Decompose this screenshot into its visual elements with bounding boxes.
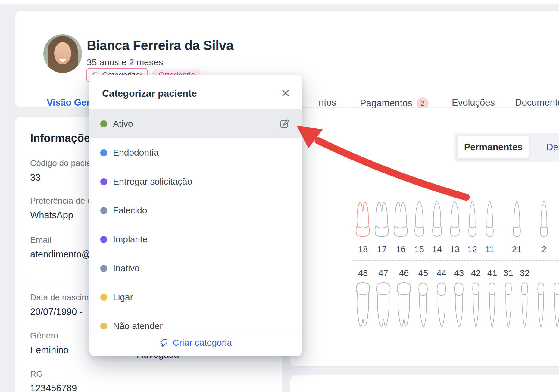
field-label: Gênero <box>30 331 58 341</box>
tooth-12[interactable] <box>466 200 479 238</box>
tooth-15[interactable] <box>412 200 426 238</box>
info-card-title: Informações <box>30 132 96 145</box>
tab-pagamentos[interactable]: Pagamentos2 <box>360 97 429 109</box>
page: Bianca Ferreira da Silva 35 anos e 2 mes… <box>0 0 559 392</box>
field-value: 33 <box>30 172 40 183</box>
patient-name: Bianca Ferreira da Silva <box>87 38 233 53</box>
tooth-number-46: 46 <box>393 268 414 278</box>
modal-title: Categorizar paciente <box>102 88 197 99</box>
category-label: Ligar <box>113 292 133 302</box>
tab-evoluções[interactable]: Evoluções <box>452 97 495 108</box>
field-label: RG <box>30 369 43 379</box>
tooth-number-17: 17 <box>371 244 392 254</box>
avatar <box>43 34 82 73</box>
field-value: Feminino <box>30 345 69 356</box>
tooth-47[interactable] <box>375 282 392 330</box>
top-strip <box>0 0 559 4</box>
midline-dashed-divider <box>353 260 559 261</box>
patient-age: 35 anos e 2 meses <box>87 57 163 67</box>
tooth-number-11: 11 <box>479 244 500 254</box>
close-icon[interactable] <box>280 87 291 99</box>
odontogram-card: Permanentes De 1817161514131211212484746… <box>290 108 559 366</box>
tooth-44[interactable] <box>434 282 449 330</box>
tooth-number-47: 47 <box>373 268 394 278</box>
tooth-13[interactable] <box>448 200 462 238</box>
tooth-number-2: 2 <box>533 244 554 254</box>
field-value: 20/07/1990 - <box>30 306 83 317</box>
tooth-11[interactable] <box>483 200 496 238</box>
field-value: 123456789 <box>30 383 77 392</box>
create-category-label: Criar categoria <box>173 338 232 348</box>
category-item-entregar-solicitação[interactable]: Entregar solicitação <box>89 167 302 196</box>
tooth-17[interactable] <box>373 200 390 238</box>
tooth-18[interactable] <box>354 200 371 238</box>
tooth-46[interactable] <box>395 282 412 330</box>
tooth-41[interactable] <box>486 282 499 330</box>
category-item-falecido[interactable]: Falecido <box>89 196 302 225</box>
category-color-dot <box>100 178 107 185</box>
field-label: Email <box>30 235 51 245</box>
dentition-segmented-control: Permanentes De <box>454 133 559 162</box>
category-color-dot <box>100 207 107 214</box>
category-color-dot <box>100 265 107 272</box>
tooth-number-45: 45 <box>413 268 434 278</box>
field-value: atendimento@ <box>30 249 91 260</box>
tooth-43[interactable] <box>452 282 466 330</box>
category-label: Entregar solicitação <box>113 176 192 187</box>
category-color-dot <box>100 149 107 156</box>
tooth-21[interactable] <box>510 200 523 238</box>
category-label: Implante <box>113 234 148 244</box>
category-list: AtivoEndodontiaEntregar solicitaçãoFalec… <box>89 109 302 329</box>
tab-permanentes[interactable]: Permanentes <box>457 136 529 159</box>
tooth-number-48: 48 <box>352 268 373 278</box>
modal-header: Categorizar paciente <box>89 75 302 109</box>
tooth-edge[interactable] <box>534 282 548 330</box>
tooth-14[interactable] <box>430 200 444 238</box>
category-label: Ativo <box>113 119 133 129</box>
tab-documento[interactable]: Documento <box>515 97 559 108</box>
category-item-não-atender[interactable]: Não atender <box>89 312 302 329</box>
category-item-ligar[interactable]: Ligar <box>89 283 302 312</box>
tooth-number-18: 18 <box>352 244 373 254</box>
bottom-card <box>290 375 559 392</box>
tooth-31[interactable] <box>502 282 515 330</box>
tab-badge: 2 <box>417 97 429 109</box>
tooth-number-16: 16 <box>390 244 411 254</box>
tab-deciduos[interactable]: De <box>546 142 558 153</box>
tooth-45[interactable] <box>416 282 430 330</box>
tooth-number-32: 32 <box>514 268 535 278</box>
category-label: Endodontia <box>113 148 159 158</box>
tooth-32[interactable] <box>518 282 531 330</box>
category-color-dot <box>100 294 107 301</box>
tab-ntos[interactable]: ntos <box>319 97 336 108</box>
category-item-ativo[interactable]: Ativo <box>89 109 302 138</box>
tooth-48[interactable] <box>354 282 371 330</box>
tooth-2[interactable] <box>537 200 551 238</box>
category-item-endodontia[interactable]: Endodontia <box>89 138 302 167</box>
category-item-inativo[interactable]: Inativo <box>89 254 302 283</box>
tooth-number-21: 21 <box>506 244 527 254</box>
category-label: Não atender <box>113 321 163 329</box>
edit-category-icon[interactable] <box>279 118 290 129</box>
categorize-patient-modal: Categorizar paciente AtivoEndodontiaEntr… <box>89 75 302 356</box>
tooth-16[interactable] <box>392 200 409 238</box>
category-color-dot <box>100 236 107 243</box>
tooth-edge[interactable] <box>551 282 559 330</box>
category-item-implante[interactable]: Implante <box>89 225 302 254</box>
category-label: Falecido <box>113 205 147 216</box>
tooth-42[interactable] <box>469 282 482 330</box>
category-label: Inativo <box>113 263 139 273</box>
category-color-dot <box>100 120 107 127</box>
tag-plus-icon <box>160 338 169 347</box>
category-color-dot <box>100 323 107 329</box>
field-value: WhatsApp <box>30 210 73 221</box>
create-category-button[interactable]: Criar categoria <box>89 329 302 356</box>
